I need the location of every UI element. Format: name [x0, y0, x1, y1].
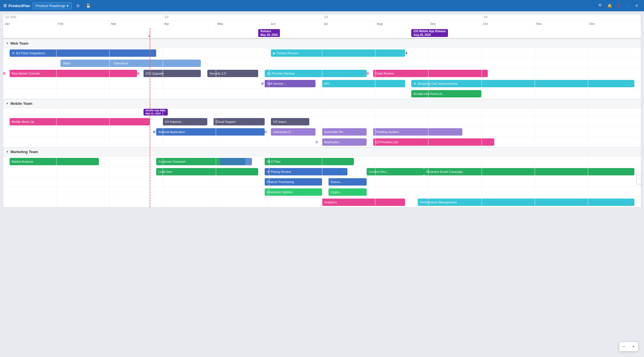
bar-android[interactable]: Android Application: [156, 128, 265, 136]
bar-security[interactable]: Security 2.0: [207, 70, 258, 77]
bar-label: Security 2.0: [210, 72, 226, 75]
bar-label: Pricing Review: [271, 170, 291, 173]
bar-3rd-party[interactable]: ▼ 3rd Party Integrations: [10, 49, 156, 57]
bar-label: iOS Upgrade: [146, 72, 164, 75]
bar-label: UX Improve...: [165, 120, 184, 123]
bar-label: Self Service ...: [267, 82, 287, 85]
help-icon[interactable]: ❓: [615, 2, 623, 10]
gantt-wrapper: Q1 2020 Q2 Q3 Q4 Jan Feb Mar Apr May Jun…: [3, 14, 641, 207]
bar-handle-icon: ⋮⋮: [342, 168, 347, 175]
sidebar-collapse-handle[interactable]: ›: [637, 173, 641, 184]
bar-label: Ticketing System: [375, 130, 399, 134]
month-apr: Apr: [163, 21, 216, 28]
bar-ux-improve1[interactable]: UX Improve...: [163, 118, 207, 125]
bell-icon[interactable]: 🔔: [606, 2, 613, 10]
view-selector[interactable]: Product Roadmap ▾: [32, 2, 72, 9]
bar-handle-icon: ⋮⋮: [399, 49, 405, 57]
bar-cloud-support[interactable]: Cloud Support: [214, 118, 265, 125]
bar-ticketing[interactable]: Ticketing System: [373, 128, 462, 136]
bar-analytics[interactable]: Analytics: [322, 199, 405, 206]
bar-salesforce[interactable]: Salesforce ⋮⋮: [112, 60, 201, 67]
bar-handle-icon: ⋮⋮: [489, 138, 494, 146]
bar-self-service[interactable]: Self Service ...: [265, 80, 316, 87]
bar-ux-improve2[interactable]: UX Impro...: [271, 118, 309, 125]
bar-label: Content Rev...: [369, 170, 389, 173]
bar-label: Upgra...: [331, 190, 342, 194]
chevron-right-icon: ›: [638, 177, 639, 180]
collapse-bar3-icon: ▼: [267, 170, 270, 173]
collapse-marketing-icon[interactable]: ▼: [6, 150, 9, 153]
quarter-q4: Q4: [482, 14, 641, 20]
bar-label: Code Review: [375, 72, 394, 75]
save-button[interactable]: 💾: [84, 2, 92, 10]
bar-upgra[interactable]: Upgra...: [328, 188, 367, 196]
month-oct: Oct: [482, 21, 535, 28]
bar-accept-forms[interactable]: Accept new forms of...: [411, 90, 481, 97]
bar-pricing-review[interactable]: ▼ Pricing Review ⋮⋮: [265, 168, 348, 175]
bar-api[interactable]: API ⋮⋮: [322, 80, 405, 87]
marker-ss-icon: [261, 82, 264, 85]
marker-code-icon: [367, 72, 369, 75]
bar-q3-priorities[interactable]: Q3 Priorities List ⋮⋮: [373, 138, 494, 146]
team-marketing-label: Marketing Team: [10, 150, 38, 154]
grid-line-6: [322, 39, 322, 207]
bar-handle-icon: ⋮⋮: [399, 80, 405, 87]
bar-label: Analytics: [324, 201, 337, 204]
today-line-full: [150, 39, 150, 207]
bar-label: Feature Purchasing: [267, 180, 294, 184]
grid-line-11: [588, 39, 588, 207]
bar-customer-outreach-ext[interactable]: [220, 158, 252, 165]
collapse-web-icon[interactable]: ▼: [6, 42, 9, 45]
month-may: May: [216, 21, 269, 28]
bar-ios-upgrade[interactable]: iOS Upgrade: [143, 70, 201, 77]
bar-feature-purchasing[interactable]: Feature Purchasing: [265, 178, 322, 186]
bar-lead-gen[interactable]: Lead Gen: [156, 168, 258, 175]
bar-new-admin[interactable]: New Admin Console: [10, 70, 137, 77]
marker-right-icon: [137, 72, 139, 75]
close-icon[interactable]: ✕: [633, 2, 641, 10]
collapse-bar-icon: ▼: [12, 52, 15, 55]
bar-product-review[interactable]: ▶ Product Review ⋮⋮: [271, 49, 405, 57]
quarter-q3: Q3: [322, 14, 482, 20]
user-icon[interactable]: 👤: [624, 2, 632, 10]
bar-handle-icon: ⋮⋮: [144, 118, 150, 125]
menu-icon[interactable]: ☰: [3, 4, 7, 8]
grid-line-2: [109, 39, 110, 207]
milestone-mobile-beta: Mobile App BetaMar 31, 2020: [143, 109, 168, 116]
bar-shopping-cart[interactable]: ▼ Shopping Cart Improvements ⋮⋮: [411, 80, 634, 87]
bar-label: Mobile Mock Up: [12, 120, 34, 123]
search-icon[interactable]: 🔍: [597, 2, 604, 10]
marker-android-icon: [153, 131, 155, 133]
top-nav: ☰ ProductPlan Product Roadmap ▾ ⧉ 💾 🔍 🔔 …: [0, 0, 644, 11]
app-name: ProductPlan: [8, 4, 30, 8]
bar-code-review[interactable]: Code Review: [373, 70, 488, 77]
bar-label: Market Analysis: [12, 160, 34, 163]
bar-handle-icon: ⋮⋮: [195, 60, 201, 67]
bar-label: Discou...: [331, 180, 343, 184]
bar-application[interactable]: Application ...: [322, 138, 367, 146]
bar-on-premise[interactable]: On Premise Backup: [265, 70, 367, 77]
bar-mobile-mockup[interactable]: Mobile Mock Up ⋮⋮: [10, 118, 150, 125]
month-mar: Mar: [109, 21, 162, 28]
bar-endpoint-dot: [405, 52, 408, 55]
bar-interactive[interactable]: Interactive D...: [271, 128, 316, 136]
bar-performance-mgmt[interactable]: Performance Management: [418, 199, 635, 206]
bar-label: Accept new forms of...: [414, 92, 444, 95]
bar-label: Proactive Email Campaign: [426, 170, 463, 173]
month-jan: Jan: [3, 21, 56, 28]
team-mobile-label: Mobile Team: [10, 101, 32, 106]
grid-line-7: [375, 39, 375, 207]
bar-enterprise-options[interactable]: Enterprise Options: [265, 188, 322, 196]
app-logo[interactable]: ☰ ProductPlan: [3, 4, 30, 8]
bar-proactive-email[interactable]: Proactive Email Campaign: [424, 168, 634, 175]
gantt-container: Q1 2020 Q2 Q3 Q4 Jan Feb Mar Apr May Jun…: [3, 14, 641, 208]
bar-automatic-re[interactable]: Automatic Re...: [322, 128, 367, 136]
copy-button[interactable]: ⧉: [74, 2, 82, 10]
gantt-scroll-area[interactable]: Q1 2020 Q2 Q3 Q4 Jan Feb Mar Apr May Jun…: [3, 14, 641, 207]
collapse-mobile-icon[interactable]: ▼: [6, 102, 9, 105]
grid-line-10: [535, 39, 535, 207]
bar-handle-icon: ⋮⋮: [629, 80, 634, 87]
bar-seo-plan[interactable]: SEO Plan: [265, 158, 354, 165]
bar-market-analysis[interactable]: Market Analysis: [10, 158, 99, 165]
bar-discou[interactable]: Discou...: [328, 178, 367, 186]
